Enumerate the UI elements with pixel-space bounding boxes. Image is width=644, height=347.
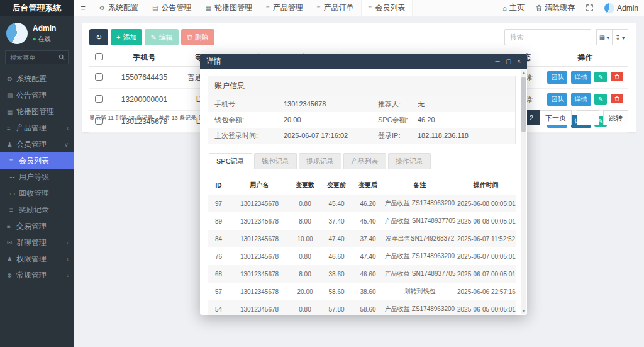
- wallet-label: 钱包余额:: [214, 112, 244, 128]
- tab-product-list[interactable]: 产品列表: [343, 153, 386, 169]
- tab-wallet-records[interactable]: 钱包记录: [254, 153, 297, 169]
- gear-icon: ⚙: [99, 4, 105, 11]
- sidebar-item-member-list[interactable]: ≡会员列表: [0, 152, 74, 169]
- scrollbar-thumb[interactable]: [521, 77, 526, 132]
- team-button[interactable]: 团队: [547, 71, 567, 84]
- delete-button[interactable]: 删除: [181, 29, 214, 45]
- modal-scrollbar[interactable]: ▲ ▼: [521, 70, 526, 314]
- detail-button[interactable]: 详情: [571, 71, 591, 84]
- tab-product[interactable]: ≡产品管理: [259, 0, 310, 16]
- tab-announcement[interactable]: ▤公告管理: [145, 0, 198, 16]
- scroll-up-icon[interactable]: ▲: [521, 70, 526, 76]
- tab-system-config[interactable]: ⚙系统配置: [92, 0, 145, 16]
- sidebar-item-label: 轮播图管理: [16, 106, 54, 117]
- user-menu[interactable]: Admin: [599, 0, 644, 16]
- jump-button[interactable]: 跳转: [603, 110, 628, 125]
- chevron-left-icon: ‹: [67, 272, 69, 279]
- sidebar-item-banner[interactable]: ▦轮播图管理: [0, 103, 74, 120]
- cell-username: 13012345678: [230, 195, 289, 212]
- account-info-title: 账户信息: [208, 76, 515, 96]
- close-icon[interactable]: ×: [517, 58, 521, 65]
- cell-operations: 团队 详情 ✎: [542, 67, 628, 89]
- modal-tabs: SPC记录 钱包记录 提现记录 产品列表 操作记录: [208, 152, 516, 169]
- sidebar-item-general[interactable]: ⚙常规管理‹: [0, 267, 74, 283]
- next-page-button[interactable]: 下一页: [540, 110, 572, 125]
- col-id: ID: [208, 176, 230, 195]
- home-button[interactable]: ⌂主页: [497, 0, 530, 16]
- clear-cache-button[interactable]: 清除缓存: [530, 0, 580, 16]
- phone-label: 手机号:: [214, 96, 237, 112]
- cell-before: 57.80: [321, 300, 352, 315]
- sidebar-item-product[interactable]: ≡产品管理‹: [0, 120, 74, 136]
- scroll-down-icon[interactable]: ▼: [521, 308, 526, 314]
- modal-title: 详情: [206, 56, 221, 67]
- chat-icon: ✉: [7, 239, 16, 246]
- tab-withdraw-records[interactable]: 提现记录: [299, 153, 341, 169]
- sidebar-item-label: 奖励记录: [19, 205, 49, 215]
- cell-id: 76: [208, 247, 230, 265]
- sidebar-item-reward[interactable]: ≡奖励记录: [0, 202, 74, 218]
- columns-dropdown-button[interactable]: ▦▾: [596, 29, 613, 45]
- tab-member-list[interactable]: ≡会员列表: [361, 0, 413, 16]
- file-icon: ▤: [152, 4, 158, 11]
- online-status: ●在线: [33, 35, 56, 43]
- list-icon: ≡: [9, 207, 19, 213]
- sidebar-item-system-config[interactable]: ⚙系统配置: [0, 71, 74, 87]
- hamburger-icon[interactable]: ≡: [74, 0, 92, 16]
- table-search-input[interactable]: [504, 29, 591, 45]
- add-button[interactable]: +添加: [111, 29, 142, 45]
- cell-phone: 15507644435: [108, 67, 180, 89]
- cell-username: 13012345678: [230, 212, 289, 230]
- sidebar-item-label: 系统配置: [16, 74, 47, 84]
- sidebar-item-announcement[interactable]: ▤公告管理: [0, 87, 74, 103]
- plus-icon: +: [116, 33, 120, 41]
- tab-banner[interactable]: ▦轮播图管理: [198, 0, 258, 16]
- sidebar-item-trade[interactable]: ≡交易管理: [0, 218, 74, 234]
- jump-page-input[interactable]: [577, 110, 599, 125]
- tab-label: 产品管理: [273, 3, 303, 13]
- delete-row-button[interactable]: [611, 94, 623, 103]
- columns-icon: ▦: [599, 34, 605, 41]
- cell-remark: 产品收益 ZS1748963200: [384, 300, 456, 315]
- row-checkbox[interactable]: [95, 95, 103, 103]
- avatar: [604, 3, 614, 13]
- cell-change: 20.00: [289, 283, 321, 300]
- search-icon: [58, 54, 65, 60]
- refresh-button[interactable]: ↻: [89, 29, 108, 45]
- tab-spc-records[interactable]: SPC记录: [209, 153, 252, 169]
- edit-row-button[interactable]: ✎: [594, 72, 607, 82]
- sidebar-item-member[interactable]: ♟会员管理∨: [0, 136, 74, 152]
- cell-username: 13012345678: [230, 283, 289, 300]
- tab-product-order[interactable]: ≡产品订单: [310, 0, 361, 16]
- team-button[interactable]: 团队: [547, 93, 567, 106]
- modal-header[interactable]: 详情 ─ ▢ ×: [200, 54, 527, 69]
- sidebar-item-groupchat[interactable]: ✉群聊管理‹: [0, 234, 74, 251]
- cell-op-time: 2025-06-07 00:05:01: [456, 265, 516, 283]
- account-info-panel: 账户信息 手机号: 13012345678 推荐人: 无 钱包余额: 20.00…: [208, 76, 516, 144]
- tab-label: 公告管理: [161, 3, 191, 13]
- tab-operation-records[interactable]: 操作记录: [388, 153, 431, 169]
- delete-row-button[interactable]: [611, 72, 623, 81]
- caret-down-icon: ▾: [622, 34, 625, 41]
- fullscreen-button[interactable]: [580, 0, 599, 16]
- sidebar-item-recycle[interactable]: ▭回收管理: [0, 185, 74, 202]
- cell-id: 68: [208, 265, 230, 283]
- chevron-left-icon: ‹: [67, 125, 69, 132]
- row-checkbox[interactable]: [95, 73, 103, 81]
- cell-after: 45.40: [352, 212, 384, 230]
- sidebar-item-permission[interactable]: ♟权限管理‹: [0, 251, 74, 267]
- maximize-icon[interactable]: ▢: [506, 58, 511, 65]
- spc-value: 46.20: [418, 112, 435, 128]
- minimize-icon[interactable]: ─: [496, 58, 500, 65]
- sidebar-item-user-level[interactable]: ⚍用户等级: [0, 169, 74, 185]
- select-all-checkbox[interactable]: [95, 53, 103, 60]
- edit-button[interactable]: ✎编辑: [145, 29, 178, 45]
- gear-icon: ⚙: [7, 76, 16, 82]
- online-dot-icon: ●: [33, 36, 36, 42]
- cell-username: 13012345678: [230, 265, 289, 283]
- edit-row-button[interactable]: ✎: [594, 94, 607, 105]
- cell-username: 13012345678: [230, 247, 289, 265]
- detail-button[interactable]: 详情: [571, 93, 591, 106]
- export-dropdown-button[interactable]: ↧▾: [612, 29, 628, 45]
- cell-phone: 13200000001: [108, 89, 180, 111]
